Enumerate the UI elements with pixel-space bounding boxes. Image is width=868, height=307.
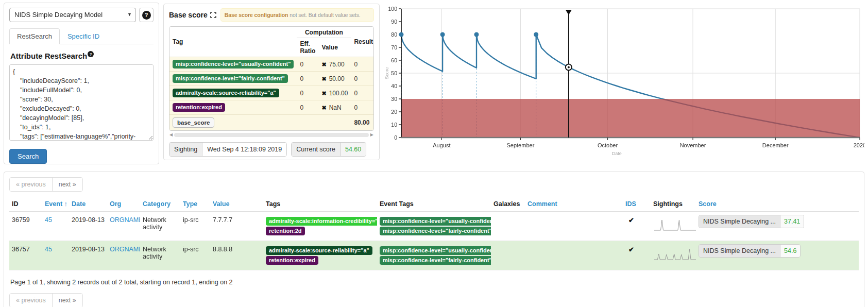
svg-text:100: 100 [388, 6, 397, 12]
column-header-event[interactable]: Event ↑ [42, 197, 69, 212]
scroll-right-icon[interactable]: ▶ [370, 132, 373, 138]
next-page-button[interactable]: next » [52, 178, 82, 191]
pagination-bottom: « previousnext » [9, 293, 83, 307]
restsearch-query-input[interactable]: { "includeDecayScore": 1, "includeFullMo… [9, 64, 154, 141]
previous-page-button[interactable]: « previous [10, 178, 52, 191]
base-score-total-row: base_score80.00 [169, 115, 374, 131]
column-header-tags[interactable]: Tags [263, 197, 377, 212]
cell-event: 45 [42, 212, 69, 241]
previous-page-button[interactable]: « previous [10, 294, 52, 307]
event-tag-badge[interactable]: misp:confidence-level="fairly-confident" [380, 227, 491, 235]
cell-galaxies [491, 241, 525, 270]
score-model-button[interactable]: NIDS Simple Decaying ... [699, 215, 780, 228]
base-score-row: misp:confidence-level="fairly-confident"… [169, 72, 374, 86]
table-row: 36757452019-08-13ORGNAMENetwork activity… [9, 241, 859, 270]
column-header-computation: Computation [297, 27, 351, 38]
column-header-tag: Tag [169, 27, 297, 57]
cell-tags: admiralty-scale:source-reliability="a"re… [263, 241, 377, 270]
tag-badge[interactable]: misp:confidence-level="usually-confident… [173, 60, 294, 69]
table-row: 36759452019-08-13ORGNAMENetwork activity… [9, 212, 859, 241]
tag-badge[interactable]: retention:expired [266, 256, 318, 265]
column-header-event_tags[interactable]: Event Tags [377, 197, 491, 212]
multiply-icon: ✖ [321, 105, 326, 111]
search-button[interactable]: Search [9, 149, 47, 164]
column-header-date[interactable]: Date [69, 197, 107, 212]
tag-badge[interactable]: retention:expired [173, 103, 225, 112]
event-tag-badge[interactable]: misp:confidence-level="usually-confident… [380, 246, 491, 255]
column-header-galaxies[interactable]: Galaxies [491, 197, 525, 212]
value-cell: ✖100.00 [318, 86, 351, 100]
org-link[interactable]: ORGNAME [110, 246, 140, 253]
cell-org: ORGNAME [107, 241, 140, 270]
top-section: NIDS Simple Decaying Model ▼ ? RestSearc… [4, 3, 864, 166]
base-score-title: Base score [169, 11, 208, 19]
column-header-type[interactable]: Type [180, 197, 210, 212]
model-select[interactable]: NIDS Simple Decaying Model ▼ [9, 8, 136, 22]
model-select-value: NIDS Simple Decaying Model [14, 11, 103, 19]
base-score-badge[interactable]: base_score [173, 117, 214, 128]
org-link[interactable]: ORGNAME [110, 216, 140, 224]
sightings-sparkline [651, 212, 696, 241]
column-header-comment[interactable]: Comment [525, 197, 623, 212]
scrollbar-thumb[interactable] [174, 133, 369, 137]
score-value: 54.6 [780, 245, 800, 257]
column-header-id[interactable]: ID [9, 197, 42, 212]
column-header-category[interactable]: Category [140, 197, 180, 212]
cell-type: ip-src [180, 212, 210, 241]
svg-text:10: 10 [391, 122, 397, 128]
tag-badge[interactable]: admiralty-scale:information-credibility=… [266, 217, 377, 226]
sighting-group: Sighting Wed Sep 4 12:18:09 2019 [169, 142, 287, 157]
cell-date: 2019-08-13 [69, 241, 107, 270]
column-header-value: Value [318, 38, 351, 57]
cell-event-tags: misp:confidence-level="usually-confident… [377, 212, 491, 241]
next-page-button[interactable]: next » [52, 294, 82, 307]
cell-id: 36759 [9, 212, 42, 241]
scroll-left-icon[interactable]: ◀ [169, 132, 173, 138]
tab-specific-id[interactable]: Specific ID [60, 28, 107, 44]
base-score-row: retention:expired0✖NaN0 [169, 100, 374, 115]
value-cell: ✖75.00 [318, 57, 351, 72]
cell-category: Network activity [140, 212, 180, 241]
restsearch-help-icon: ? [88, 51, 94, 57]
empty-cell [297, 115, 318, 131]
horizontal-scrollbar[interactable]: ◀ ▶ [169, 132, 374, 138]
cell-galaxies [491, 212, 525, 241]
tag-badge[interactable]: retention:2d [266, 227, 305, 235]
cell-category: Network activity [140, 241, 180, 270]
base-score-table: Tag Computation Result Eff. Ratio Value … [169, 26, 374, 131]
column-header-value[interactable]: Value [210, 197, 263, 212]
current-score-group: Current score 54.60 [291, 142, 366, 157]
tag-badge[interactable]: admiralty-scale:source-reliability="a" [173, 89, 279, 97]
cell-type: ip-src [180, 241, 210, 270]
sighting-date: Wed Sep 4 12:18:09 2019 [202, 143, 286, 156]
result-cell: 0 [351, 72, 374, 86]
model-help-button[interactable]: ? [139, 8, 154, 22]
svg-text:80: 80 [391, 31, 397, 38]
column-header-score[interactable]: Score [696, 197, 859, 212]
cell-event: 45 [42, 241, 69, 270]
svg-text:30: 30 [391, 96, 397, 102]
tab-restsearch[interactable]: RestSearch [9, 28, 60, 44]
score-group: NIDS Simple Decaying ...54.6 [699, 244, 801, 258]
svg-text:November: November [680, 142, 706, 148]
cell-value: 7.7.7.7 [210, 212, 263, 241]
multiply-icon: ✖ [321, 76, 326, 82]
tag-badge[interactable]: admiralty-scale:source-reliability="a" [266, 246, 372, 255]
eff-ratio-cell: 0 [297, 72, 318, 86]
event-tag-badge[interactable]: misp:confidence-level="fairly-confident" [380, 256, 491, 265]
sighting-markers [399, 32, 539, 37]
event-link[interactable]: 45 [45, 246, 52, 253]
tag-badge[interactable]: misp:confidence-level="fairly-confident" [173, 74, 288, 83]
svg-text:October: October [598, 142, 618, 148]
event-tag-badge[interactable]: misp:confidence-level="usually-confident… [380, 217, 491, 226]
base-score-row: misp:confidence-level="usually-confident… [169, 57, 374, 72]
column-header-sightings[interactable]: Sightings [651, 197, 696, 212]
expand-icon[interactable] [210, 12, 216, 18]
column-header-ids[interactable]: IDS [623, 197, 651, 212]
score-group: NIDS Simple Decaying ...37.41 [699, 215, 804, 228]
page-info: Page 1 of 1, showing 2 records out of 2 … [9, 270, 859, 293]
score-model-button[interactable]: NIDS Simple Decaying ... [699, 245, 780, 257]
result-cell: 0 [351, 86, 374, 100]
event-link[interactable]: 45 [45, 216, 52, 224]
column-header-org[interactable]: Org [107, 197, 140, 212]
